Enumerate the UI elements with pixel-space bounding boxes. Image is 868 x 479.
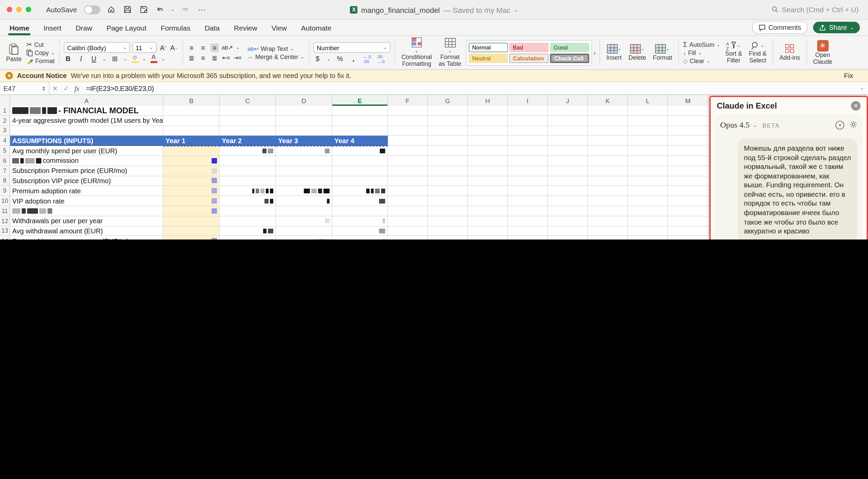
cell-H13[interactable] (468, 226, 508, 236)
undo-chevron-icon[interactable]: ⌄ (171, 7, 175, 12)
tab-view[interactable]: View (270, 21, 288, 34)
cell-F7[interactable] (388, 166, 428, 176)
cell-G5[interactable] (428, 146, 468, 156)
select-all-corner[interactable] (0, 95, 10, 106)
align-center-icon[interactable]: ≡ (199, 53, 208, 62)
cell-M8[interactable] (668, 176, 709, 186)
cell-B14[interactable] (163, 236, 220, 240)
cell-G9[interactable] (428, 186, 468, 196)
row-header-7[interactable]: 7 (0, 166, 10, 176)
cell-B13[interactable] (163, 226, 220, 236)
cell-C5[interactable] (220, 146, 276, 156)
column-header-A[interactable]: A (10, 95, 163, 106)
cell-K12[interactable] (588, 216, 628, 227)
cell-J4[interactable] (548, 136, 588, 146)
cell-J10[interactable] (548, 196, 588, 206)
cell-J7[interactable] (548, 166, 588, 176)
cell-M1[interactable] (668, 106, 709, 116)
cell-K9[interactable] (588, 186, 628, 196)
cell-I2[interactable] (508, 116, 548, 126)
cell-F5[interactable] (388, 146, 428, 156)
cell-I9[interactable] (508, 186, 548, 196)
row-header-6[interactable]: 6 (0, 156, 10, 166)
claude-panel-close-icon[interactable]: ✕ (851, 101, 861, 111)
row-header-10[interactable]: 10 (0, 196, 10, 206)
cell-F4[interactable] (388, 136, 428, 146)
cell-B12[interactable] (163, 216, 220, 227)
cell-style-check-cell[interactable]: Check Cell (550, 53, 589, 63)
font-color-button[interactable]: A (150, 54, 157, 63)
cell-C7[interactable] (220, 166, 276, 176)
cell-B10[interactable] (163, 196, 220, 206)
cell-I11[interactable] (508, 206, 548, 216)
percent-icon[interactable]: % (335, 54, 344, 63)
cell-C12[interactable] (220, 216, 276, 227)
italic-button[interactable]: I (77, 54, 85, 63)
cell-M14[interactable] (668, 236, 709, 240)
cell-L7[interactable] (628, 166, 668, 176)
cell-B8[interactable] (163, 176, 220, 186)
cell-style-bad[interactable]: Bad (509, 42, 549, 52)
cell-K6[interactable] (588, 156, 628, 166)
cell-M13[interactable] (668, 226, 709, 236)
cell-A1[interactable]: - FINANCIAL MODEL (10, 106, 163, 116)
cell-J2[interactable] (548, 116, 588, 126)
row-header-14[interactable]: 14 (0, 236, 10, 240)
tab-automate[interactable]: Automate (300, 21, 333, 34)
cell-G6[interactable] (428, 156, 468, 166)
row-header-8[interactable]: 8 (0, 176, 10, 186)
cell-J13[interactable] (548, 226, 588, 236)
cell-E7[interactable] (332, 166, 388, 176)
cell-H7[interactable] (468, 166, 508, 176)
cell-K13[interactable] (588, 226, 628, 236)
cell-H14[interactable] (468, 236, 508, 240)
column-header-J[interactable]: J (548, 95, 588, 106)
cell-J3[interactable] (548, 126, 588, 136)
format-as-table-button[interactable]: ⌄ Formatas Table (437, 38, 463, 68)
cell-I4[interactable] (508, 136, 548, 146)
delete-cells-button[interactable]: ⌄ Delete (626, 44, 648, 61)
cell-F8[interactable] (388, 176, 428, 186)
column-header-F[interactable]: F (388, 95, 428, 106)
align-bottom-icon[interactable]: ≡ (210, 43, 219, 52)
row-header-3[interactable]: 3 (0, 126, 10, 136)
row-header-4[interactable]: 4 (0, 136, 10, 146)
cell-C6[interactable] (220, 156, 276, 166)
cell-A4[interactable]: ASSUMPTIONS (INPUTS) (10, 136, 163, 146)
cell-D11[interactable] (276, 206, 332, 216)
cell-F9[interactable] (388, 186, 428, 196)
cell-I14[interactable] (508, 236, 548, 240)
search-field[interactable]: Search (Cmd + Ctrl + U) (772, 5, 859, 14)
cell-H1[interactable] (468, 106, 508, 116)
column-header-B[interactable]: B (163, 95, 220, 106)
tab-formulas[interactable]: Formulas (159, 21, 192, 34)
align-right-icon[interactable]: ≣ (210, 53, 219, 62)
column-header-H[interactable]: H (468, 95, 508, 106)
column-header-C[interactable]: C (220, 95, 276, 106)
cell-K10[interactable] (588, 196, 628, 206)
cell-style-calculation[interactable]: Calculation (509, 53, 549, 63)
cell-J14[interactable] (548, 236, 588, 240)
cell-D9[interactable] (276, 186, 332, 196)
cell-A9[interactable]: Premium adoption rate (10, 186, 163, 196)
cell-G7[interactable] (428, 166, 468, 176)
orientation-icon[interactable]: ab↗ (222, 43, 233, 52)
currency-icon[interactable]: $ (313, 54, 322, 63)
cell-L8[interactable] (628, 176, 668, 186)
cell-B9[interactable] (163, 186, 220, 196)
cell-B4[interactable]: Year 1 (163, 136, 220, 146)
cell-H10[interactable] (468, 196, 508, 206)
cell-L5[interactable] (628, 146, 668, 156)
find-select-button[interactable]: ⌄ Find &Select (747, 41, 769, 64)
autosave-toggle[interactable] (84, 5, 100, 14)
cell-L6[interactable] (628, 156, 668, 166)
conditional-formatting-button[interactable]: ⌄ ConditionalFormatting (399, 37, 434, 68)
cell-M4[interactable] (668, 136, 709, 146)
column-header-K[interactable]: K (588, 95, 628, 106)
row-header-13[interactable]: 13 (0, 226, 10, 236)
cell-G10[interactable] (428, 196, 468, 206)
cell-E12[interactable] (332, 216, 388, 227)
decrease-font-icon[interactable]: A⌄ (170, 43, 178, 52)
align-left-icon[interactable]: ≣ (187, 53, 196, 62)
cell-D14[interactable] (276, 236, 332, 240)
